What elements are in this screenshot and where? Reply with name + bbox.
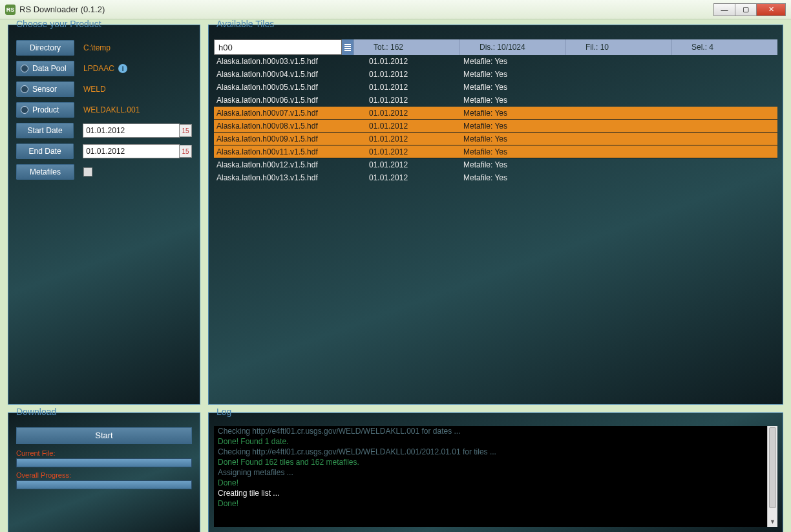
radio-icon	[21, 65, 28, 72]
overall-progress	[16, 480, 192, 489]
product-label: Product	[32, 105, 59, 114]
tile-name: Alaska.latlon.h00v09.v1.5.hdf	[216, 134, 369, 144]
tile-row[interactable]: Alaska.latlon.h00v13.v1.5.hdf01.01.2012M…	[214, 171, 777, 184]
tile-meta: Metafile: Yes	[463, 160, 593, 169]
directory-button[interactable]: Directory	[16, 40, 74, 56]
tile-meta: Metafile: Yes	[463, 173, 593, 182]
tile-meta: Metafile: Yes	[463, 70, 593, 79]
current-file-progress	[16, 458, 192, 467]
choose-product-panel: Choose your Product Directory C:\temp Da…	[8, 25, 200, 405]
scroll-down-icon[interactable]: ▼	[768, 516, 777, 527]
available-tiles-title: Available Tiles	[214, 19, 277, 29]
tile-row[interactable]: Alaska.latlon.h00v04.v1.5.hdf01.01.2012M…	[214, 68, 777, 81]
tile-date: 01.01.2012	[369, 83, 463, 92]
tile-date: 01.01.2012	[369, 70, 463, 79]
tile-date: 01.01.2012	[369, 147, 463, 156]
tile-row[interactable]: Alaska.latlon.h00v07.v1.5.hdf01.01.2012M…	[214, 107, 777, 120]
tile-row[interactable]: Alaska.latlon.h00v03.v1.5.hdf01.01.2012M…	[214, 55, 777, 68]
tile-row[interactable]: Alaska.latlon.h00v05.v1.5.hdf01.01.2012M…	[214, 81, 777, 94]
sensor-button[interactable]: Sensor	[16, 81, 74, 97]
radio-icon	[21, 85, 28, 93]
log-line: Done! Found 1 date.	[214, 436, 777, 447]
datapool-label: Data Pool	[32, 64, 67, 73]
tile-name: Alaska.latlon.h00v04.v1.5.hdf	[216, 70, 369, 79]
tile-date: 01.01.2012	[369, 160, 463, 169]
tile-meta: Metafile: Yes	[463, 57, 593, 66]
tile-date: 01.01.2012	[369, 173, 463, 182]
tile-meta: Metafile: Yes	[463, 134, 593, 144]
log-panel: Log Checking http://e4ftl01.cr.usgs.gov/…	[208, 412, 783, 532]
start-button[interactable]: Start	[16, 427, 192, 444]
log-line: Done! Found 162 tiles and 162 metafiles.	[214, 457, 777, 467]
tile-name: Alaska.latlon.h00v06.v1.5.hdf	[216, 96, 369, 105]
calendar-icon[interactable]: 15	[179, 145, 192, 158]
tile-name: Alaska.latlon.h00v05.v1.5.hdf	[216, 83, 369, 92]
enddate-input[interactable]	[83, 144, 180, 158]
tile-meta: Metafile: Yes	[463, 122, 593, 131]
app-window: RS RS Downloader (0.1.2) — ▢ ✕ Choose yo…	[0, 0, 791, 532]
tile-date: 01.01.2012	[369, 57, 463, 66]
log-title: Log	[214, 407, 234, 417]
tile-name: Alaska.latlon.h00v03.v1.5.hdf	[216, 57, 369, 66]
tile-row[interactable]: Alaska.latlon.h00v08.v1.5.hdf01.01.2012M…	[214, 120, 777, 133]
tile-meta: Metafile: Yes	[463, 147, 593, 156]
log-scrollbar[interactable]: ▲ ▼	[767, 426, 777, 527]
tiles-list[interactable]: Alaska.latlon.h00v03.v1.5.hdf01.01.2012M…	[214, 55, 777, 184]
titlebar[interactable]: RS RS Downloader (0.1.2) — ▢ ✕	[0, 0, 791, 19]
tile-date: 01.01.2012	[369, 96, 463, 105]
header-filtered: Fil.: 10	[565, 39, 671, 55]
metafiles-button[interactable]: Metafiles	[16, 164, 74, 180]
metafiles-checkbox[interactable]	[83, 167, 92, 176]
product-value: WELDAKLL.001	[83, 105, 140, 114]
tile-row[interactable]: Alaska.latlon.h00v09.v1.5.hdf01.01.2012M…	[214, 133, 777, 145]
close-button[interactable]: ✕	[756, 3, 786, 16]
tile-row[interactable]: Alaska.latlon.h00v06.v1.5.hdf01.01.2012M…	[214, 94, 777, 107]
calendar-icon[interactable]: 15	[179, 124, 192, 137]
choose-product-title: Choose your Product	[14, 19, 104, 29]
minimize-button[interactable]: —	[713, 3, 735, 16]
tile-name: Alaska.latlon.h00v13.v1.5.hdf	[216, 173, 369, 182]
radio-icon	[21, 106, 28, 114]
current-file-label: Current File:	[16, 449, 192, 457]
tiles-filter-input[interactable]	[214, 39, 342, 55]
overall-progress-label: Overall Progress:	[16, 471, 192, 479]
download-panel: Download Start Current File: Overall Pro…	[8, 412, 200, 532]
enddate-button[interactable]: End Date	[16, 144, 74, 159]
tile-date: 01.01.2012	[369, 134, 463, 144]
scroll-thumb[interactable]	[769, 427, 776, 508]
startdate-button[interactable]: Start Date	[16, 123, 74, 138]
tiles-header: Tot.: 162 Dis.: 10/1024 Fil.: 10 Sel.: 4	[214, 39, 777, 55]
tile-date: 01.01.2012	[369, 122, 463, 131]
tile-name: Alaska.latlon.h00v07.v1.5.hdf	[216, 109, 369, 118]
download-title: Download	[14, 407, 59, 417]
tile-row[interactable]: Alaska.latlon.h00v11.v1.5.hdf01.01.2012M…	[214, 145, 777, 158]
product-button[interactable]: Product	[16, 102, 74, 118]
sort-icon[interactable]	[342, 39, 353, 55]
log-line: Assigning metafiles ...	[214, 467, 777, 478]
tile-meta: Metafile: Yes	[463, 96, 593, 105]
tile-name: Alaska.latlon.h00v12.v1.5.hdf	[216, 160, 369, 169]
tile-meta: Metafile: Yes	[463, 109, 593, 118]
log-line: Done!	[214, 478, 777, 488]
sensor-value: WELD	[83, 85, 106, 94]
log-line: Checking http://e4ftl01.cr.usgs.gov/WELD…	[214, 447, 777, 457]
info-icon[interactable]: i	[118, 64, 127, 73]
tile-date: 01.01.2012	[369, 109, 463, 118]
window-title: RS Downloader (0.1.2)	[19, 5, 105, 14]
log-line: Creating tile list ...	[214, 488, 777, 498]
datapool-button[interactable]: Data Pool	[16, 61, 74, 76]
header-selected: Sel.: 4	[671, 39, 777, 55]
maximize-button[interactable]: ▢	[735, 3, 757, 16]
header-displayed: Dis.: 10/1024	[459, 39, 565, 55]
sensor-label: Sensor	[32, 85, 57, 94]
startdate-input[interactable]	[83, 123, 180, 138]
tile-name: Alaska.latlon.h00v08.v1.5.hdf	[216, 122, 369, 131]
log-area: Checking http://e4ftl01.cr.usgs.gov/WELD…	[214, 426, 777, 527]
header-total: Tot.: 162	[353, 39, 459, 55]
tile-row[interactable]: Alaska.latlon.h00v12.v1.5.hdf01.01.2012M…	[214, 158, 777, 171]
directory-value: C:\temp	[83, 43, 111, 52]
app-icon: RS	[5, 5, 16, 15]
log-line: Checking http://e4ftl01.cr.usgs.gov/WELD…	[214, 426, 777, 436]
log-line: Done!	[214, 498, 777, 509]
available-tiles-panel: Available Tiles Tot.: 162 Dis.: 10/1024 …	[208, 25, 783, 405]
